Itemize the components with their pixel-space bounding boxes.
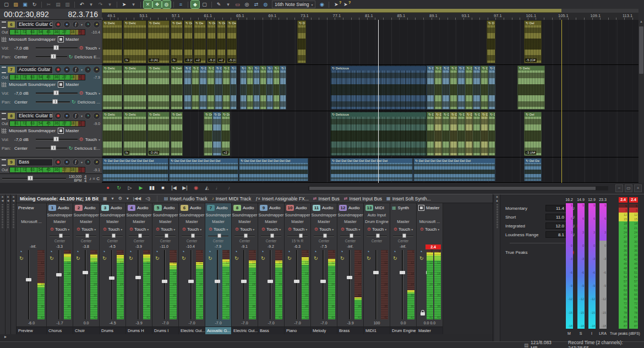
automation-dropdown[interactable]: ▾ bbox=[332, 227, 334, 231]
channel-fader[interactable] bbox=[243, 250, 245, 319]
master-bus-button[interactable]: Master bbox=[58, 81, 79, 88]
audio-clip[interactable]: ↻ Delic bbox=[517, 66, 545, 110]
automation-gear-icon[interactable]: ⚙ bbox=[235, 227, 239, 232]
strip-name[interactable]: Drums bbox=[100, 327, 125, 334]
slider-handle[interactable] bbox=[217, 233, 221, 238]
fx-dropdown[interactable]: ▾ bbox=[81, 114, 83, 118]
automation-dropdown[interactable]: ▾ bbox=[411, 227, 413, 231]
delicious-plugin-icon[interactable]: ◕ bbox=[93, 112, 100, 119]
mixer-strip-melody[interactable]: 11AudioSoundmapperMaster⚙Touch▾Center-7.… bbox=[311, 203, 337, 334]
pan-slider[interactable] bbox=[261, 233, 281, 239]
audio-clip[interactable]: ↻ D bbox=[273, 66, 280, 110]
render-icon[interactable]: ↻ bbox=[30, 1, 39, 8]
collapse-icon[interactable]: ▲ bbox=[494, 199, 500, 202]
plugin-swirl-icon[interactable]: ↻ bbox=[102, 256, 107, 261]
track-header-electric-guitar-c[interactable]: 6Electric Guitar C◉●ƒ▾◑◕Out8172635445362… bbox=[0, 20, 102, 65]
audio-clip[interactable]: ↻ Del De bbox=[524, 158, 542, 181]
track-name-field[interactable]: Electric Guitar B bbox=[17, 112, 53, 120]
loop-record-button[interactable]: ♩ bbox=[214, 184, 222, 192]
paste-icon[interactable]: ▥ bbox=[63, 1, 72, 8]
automation-dropdown[interactable]: ▾ bbox=[147, 227, 149, 231]
peak-clip-value[interactable]: 2.4 bbox=[619, 197, 627, 203]
audio-clip[interactable]: ↻ D bbox=[487, 20, 495, 63]
routing-grid-icon[interactable] bbox=[2, 37, 7, 42]
insert-fx-icon[interactable]: ◔ bbox=[129, 249, 132, 254]
automation-mode-button[interactable]: Touch bbox=[161, 227, 172, 232]
plugin-swirl-icon[interactable]: ↻ bbox=[182, 256, 186, 261]
dock-tab-3[interactable]: ×◀ bbox=[11, 194, 17, 342]
plugin-swirl-icon[interactable]: ↻ bbox=[155, 256, 160, 261]
quick-help-icon[interactable]: ➤? bbox=[332, 1, 340, 8]
fx-plugin-icon[interactable]: ↻ bbox=[72, 99, 76, 105]
zoom-in-button[interactable]: + bbox=[634, 184, 642, 192]
insert-fx-icon[interactable]: ◔ bbox=[102, 249, 105, 254]
automation-gear-icon[interactable]: ⚙ bbox=[420, 227, 424, 232]
plugin-swirl-icon[interactable]: ↻ bbox=[261, 256, 265, 261]
automation-dropdown[interactable]: ▾ bbox=[305, 227, 307, 231]
mute-button[interactable]: ● bbox=[63, 159, 70, 166]
automation-mode-button[interactable]: Touch bbox=[346, 227, 357, 232]
automation-gear-icon[interactable]: ⚙ bbox=[156, 227, 160, 232]
drag-grip[interactable] bbox=[7, 204, 9, 229]
mixer-view-button[interactable]: ▦ bbox=[103, 196, 107, 201]
strip-name[interactable]: Master bbox=[417, 327, 443, 334]
slider-handle[interactable] bbox=[270, 233, 274, 238]
audio-clip[interactable]: ↻ De bbox=[204, 112, 212, 156]
routing-grid-icon[interactable] bbox=[2, 82, 7, 87]
delicious-plugin-icon[interactable]: ◕ bbox=[93, 159, 100, 166]
audio-clip[interactable]: ↻ Del Del Del Del Del Del Del Del bbox=[102, 158, 168, 181]
pan-slider[interactable] bbox=[36, 54, 67, 59]
automation-gear-icon[interactable]: ⚙ bbox=[341, 227, 345, 232]
fader-handle[interactable] bbox=[162, 280, 167, 283]
envelope-tool-icon[interactable]: ≡ bbox=[177, 1, 185, 8]
audio-clip[interactable]: ↻ De bbox=[473, 112, 481, 156]
automation-dropdown[interactable]: ▾ bbox=[121, 227, 122, 231]
close-icon[interactable]: × bbox=[6, 195, 10, 199]
go-to-end-button[interactable]: ▶| bbox=[181, 184, 189, 192]
pan-slider[interactable] bbox=[367, 233, 387, 239]
plugin-swirl-icon[interactable]: ↻ bbox=[129, 256, 133, 261]
audio-clip[interactable]: ↻ D bbox=[297, 20, 306, 63]
plugin-swirl-icon[interactable]: ↻ bbox=[234, 256, 239, 261]
insert-fx-icon[interactable]: ◔ bbox=[155, 249, 158, 254]
track-name-field[interactable]: Acoustic Guitar bbox=[17, 66, 53, 74]
fader-handle[interactable] bbox=[294, 280, 299, 283]
zoom-fit-button[interactable]: ▭ bbox=[625, 184, 632, 192]
audio-clip[interactable]: ↻ De bbox=[442, 112, 450, 156]
audio-clip[interactable]: ↻ Del Del Del Del Del Del Del Del bbox=[239, 158, 308, 181]
insert-fx-icon[interactable]: ◔ bbox=[393, 249, 396, 254]
mixer-strip-preview[interactable]: PreviewMicrosoft ...-inf.◔↻6121824303642… bbox=[17, 203, 47, 334]
minimize-track-icon[interactable] bbox=[2, 113, 6, 119]
audio-clip[interactable]: ↻ De bbox=[184, 66, 192, 110]
pan-slider[interactable] bbox=[208, 233, 228, 239]
record-arm-button[interactable]: ◉ bbox=[54, 21, 62, 28]
audio-clip[interactable]: ↻ De bbox=[450, 66, 457, 110]
mixer-strip-choir[interactable]: 2AudioSoundmapperMaster⚙Touch▾Center-3.8… bbox=[73, 203, 100, 334]
minimize-track-icon[interactable] bbox=[2, 67, 6, 73]
fader-handle[interactable] bbox=[373, 271, 379, 274]
automation-mode-button[interactable]: Touch bbox=[85, 91, 97, 96]
channel-fader[interactable] bbox=[58, 250, 60, 319]
metronome-button[interactable]: ◭ bbox=[203, 184, 211, 192]
audio-clip[interactable]: ↻ D bbox=[253, 66, 260, 110]
audio-clip[interactable]: ↻ Del Del Del Del Del Del Del Del Del bbox=[413, 158, 495, 181]
strip-name[interactable]: Choir bbox=[73, 327, 99, 334]
audio-clip[interactable]: ↻ Deli bbox=[171, 112, 183, 156]
insert-midi-track-button[interactable]: ♪Insert MIDI Track bbox=[212, 196, 252, 202]
plugin-swirl-icon[interactable]: ↻ bbox=[287, 256, 292, 261]
scrollbar-thumb[interactable] bbox=[639, 26, 643, 74]
channel-fader[interactable] bbox=[111, 250, 113, 319]
mixer-strip-midi1[interactable]: 13MIDIAuto InputDrum Engine⚙Touch▾Center… bbox=[364, 203, 390, 334]
plugin-chain-icon[interactable]: ◑ bbox=[84, 66, 91, 73]
scrollbar-thumb[interactable] bbox=[309, 187, 596, 190]
strip-name[interactable]: Drum Engine bbox=[390, 327, 416, 334]
automation-mode-button[interactable]: Touch bbox=[240, 227, 252, 232]
slider-handle[interactable] bbox=[52, 99, 58, 104]
record-mode-button[interactable]: ◉ bbox=[192, 184, 200, 192]
mixer-strip-master[interactable]: MasterMicrosoft ...⚙Touch▾2.4◔↻612182430… bbox=[417, 203, 443, 334]
pan-slider[interactable] bbox=[50, 233, 70, 239]
track-vertical-scrollbar[interactable]: ▲ bbox=[638, 20, 644, 183]
clip-indicator[interactable]: 2.4 bbox=[425, 244, 441, 249]
slider-handle[interactable] bbox=[28, 176, 33, 181]
channel-fader[interactable] bbox=[190, 250, 192, 319]
